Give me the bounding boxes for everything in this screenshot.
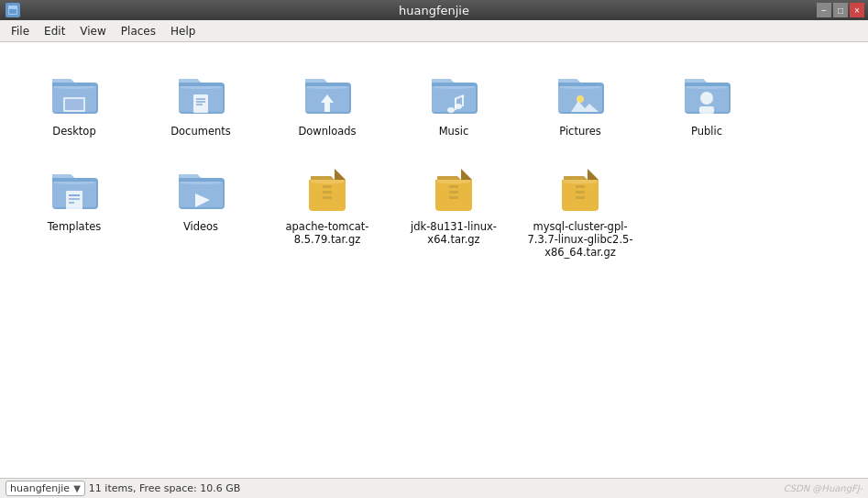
- menu-item-places[interactable]: Places: [114, 23, 163, 39]
- menu-item-help[interactable]: Help: [163, 23, 203, 39]
- svg-point-14: [577, 95, 584, 103]
- menu-item-view[interactable]: View: [72, 23, 113, 39]
- svg-rect-3: [65, 99, 83, 110]
- maximize-button[interactable]: □: [833, 3, 848, 17]
- file-label: Downloads: [298, 125, 356, 138]
- svg-rect-12: [462, 95, 464, 106]
- file-grid: Desktop Documents Downloads: [15, 57, 853, 266]
- file-label: Desktop: [52, 125, 95, 138]
- file-item[interactable]: Public: [647, 57, 766, 145]
- window-controls: − □ ×: [817, 3, 864, 17]
- svg-rect-31: [576, 196, 585, 199]
- folder-icon: [173, 64, 228, 119]
- folder-icon: [47, 160, 102, 215]
- statusbar: huangfenjie ▼ 11 items, Free space: 10.6…: [0, 478, 868, 498]
- folder-icon: [426, 64, 481, 119]
- watermark: CSDN @HuangFJ-: [784, 483, 863, 493]
- location-dropdown-icon[interactable]: ▼: [73, 483, 81, 493]
- svg-rect-25: [323, 196, 332, 199]
- archive-icon: [300, 160, 355, 215]
- svg-rect-1: [9, 9, 16, 14]
- file-browser-content: Desktop Documents Downloads: [0, 42, 868, 478]
- svg-rect-17: [699, 106, 714, 114]
- location-box[interactable]: huangfenjie ▼: [5, 481, 85, 496]
- folder-icon: [553, 64, 608, 119]
- statusbar-left: huangfenjie ▼ 11 items, Free space: 10.6…: [5, 481, 240, 496]
- folder-icon: [679, 64, 734, 119]
- svg-rect-26: [449, 185, 458, 188]
- file-item[interactable]: Documents: [141, 57, 260, 145]
- folder-icon: [47, 64, 102, 119]
- svg-rect-28: [449, 196, 458, 199]
- file-item[interactable]: apache-tomcat-8.5.79.tar.gz: [268, 152, 387, 266]
- close-button[interactable]: ×: [850, 3, 864, 17]
- file-item[interactable]: jdk-8u131-linux-x64.tar.gz: [394, 152, 513, 266]
- file-label: Documents: [170, 125, 231, 138]
- svg-rect-27: [449, 191, 458, 194]
- menu-item-file[interactable]: File: [4, 23, 37, 39]
- svg-rect-18: [66, 191, 82, 211]
- menu-item-edit[interactable]: Edit: [37, 23, 72, 39]
- status-info: 11 items, Free space: 10.6 GB: [89, 482, 240, 494]
- svg-point-9: [447, 107, 455, 113]
- file-item[interactable]: mysql-cluster-gpl-7.3.7-linux-glibc2.5-x…: [521, 152, 640, 266]
- file-item[interactable]: Music: [394, 57, 513, 145]
- app-icon: [5, 3, 20, 17]
- svg-rect-23: [323, 185, 332, 188]
- file-label: apache-tomcat-8.5.79.tar.gz: [273, 220, 381, 246]
- file-item[interactable]: Pictures: [521, 57, 640, 145]
- file-label: Pictures: [559, 125, 601, 138]
- file-label: mysql-cluster-gpl-7.3.7-linux-glibc2.5-x…: [526, 220, 634, 259]
- file-label: Videos: [183, 220, 218, 233]
- file-item[interactable]: Videos: [141, 152, 260, 266]
- minimize-button[interactable]: −: [817, 3, 831, 17]
- svg-rect-4: [193, 94, 208, 113]
- svg-rect-24: [323, 191, 332, 194]
- file-label: Music: [439, 125, 469, 138]
- archive-icon: [426, 160, 481, 215]
- folder-icon: [300, 64, 355, 119]
- window-title: huangfenjie: [399, 4, 469, 17]
- file-label: jdk-8u131-linux-x64.tar.gz: [400, 220, 508, 246]
- svg-rect-29: [576, 185, 585, 188]
- folder-icon: [173, 160, 228, 215]
- svg-point-16: [700, 92, 713, 105]
- file-item[interactable]: Templates: [15, 152, 134, 266]
- location-label: huangfenjie: [10, 482, 70, 494]
- menubar: FileEditViewPlacesHelp: [0, 20, 868, 42]
- file-label: Templates: [48, 220, 101, 233]
- svg-rect-30: [576, 191, 585, 194]
- file-item[interactable]: Desktop: [15, 57, 134, 145]
- svg-point-11: [455, 104, 462, 109]
- titlebar: huangfenjie − □ ×: [0, 0, 868, 20]
- archive-icon: [553, 160, 608, 215]
- file-label: Public: [691, 125, 722, 138]
- file-item[interactable]: Downloads: [268, 57, 387, 145]
